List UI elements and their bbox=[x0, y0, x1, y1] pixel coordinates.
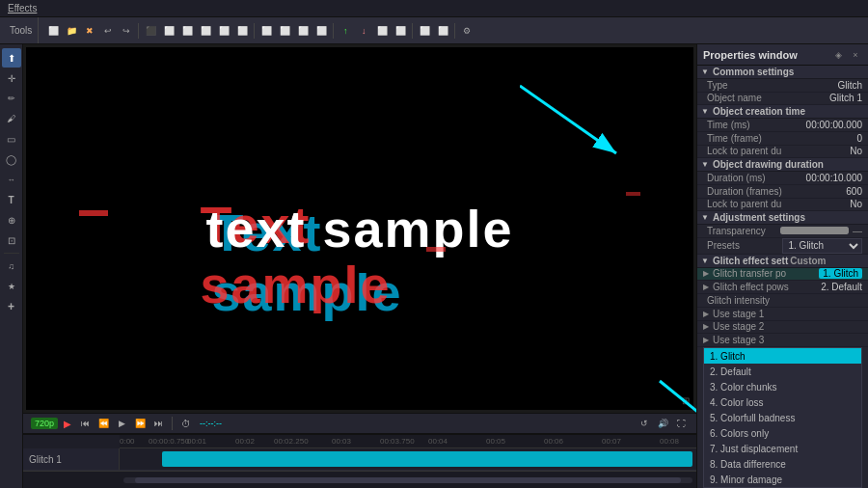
prop-type-value: Glitch bbox=[837, 80, 862, 91]
pb-start[interactable]: ⏮ bbox=[77, 416, 93, 431]
prop-use-stage2-label: Use stage 2 bbox=[713, 321, 862, 332]
prop-creation-lock-label: Lock to parent du bbox=[707, 146, 850, 156]
dropdown-item-1[interactable]: 2. Default bbox=[704, 364, 861, 379]
tb-new[interactable]: ⬜ bbox=[44, 22, 62, 40]
section-drawing-duration[interactable]: ▼ Object drawing duration bbox=[697, 158, 868, 172]
tool-brush[interactable]: 🖌 bbox=[2, 109, 21, 128]
tool-ellipse[interactable]: ◯ bbox=[2, 149, 21, 169]
tb-arrange[interactable]: ⬜ bbox=[312, 22, 330, 40]
tb-settings[interactable]: ⚙ bbox=[458, 22, 475, 40]
pb-mute[interactable]: 🔊 bbox=[655, 416, 670, 431]
prop-object-name-value: Glitch 1 bbox=[829, 93, 862, 103]
prop-time-ms-value: 00:00:00.000 bbox=[806, 120, 862, 130]
prop-use-stage2[interactable]: ▶ Use stage 2 bbox=[697, 321, 868, 335]
dropdown-item-4[interactable]: 5. Colorfull badness bbox=[704, 410, 861, 425]
menu-effects[interactable]: Effects bbox=[8, 3, 37, 14]
section-duration-label: Object drawing duration bbox=[713, 159, 824, 170]
properties-panel: Properties window ◈ × ▼ Common settings … bbox=[696, 44, 868, 488]
canvas-column: Text sample Text sample Text sample ⊞ bbox=[23, 44, 696, 488]
pb-step-back[interactable]: ⏪ bbox=[95, 416, 111, 431]
tool-transform[interactable]: ↔ bbox=[2, 170, 21, 189]
section-adjustment[interactable]: ▼ Adjustment settings bbox=[697, 211, 868, 225]
tb-undo[interactable]: ↩ bbox=[99, 22, 117, 40]
tb-text[interactable]: ⬜ bbox=[178, 22, 196, 40]
track-clip[interactable] bbox=[162, 451, 692, 467]
dropdown-list: 1. Glitch 2. Default 3. Color chunks 4. … bbox=[703, 347, 862, 488]
tb-move[interactable]: ⬜ bbox=[160, 22, 177, 40]
panel-pin-btn[interactable]: ◈ bbox=[831, 48, 845, 62]
tool-zoom-in[interactable]: ⊕ bbox=[2, 210, 21, 230]
resolution-badge: 720p bbox=[31, 418, 58, 429]
tb-open[interactable]: 📁 bbox=[63, 22, 80, 40]
tb-down[interactable]: ↓ bbox=[355, 22, 372, 40]
tool-crop[interactable]: ⊡ bbox=[2, 230, 21, 250]
tb-redo[interactable]: ↪ bbox=[118, 22, 135, 40]
tb-select[interactable]: ⬛ bbox=[142, 22, 159, 40]
prop-use-stage1[interactable]: ▶ Use stage 1 bbox=[697, 308, 868, 321]
tool-audio[interactable]: ♫ bbox=[2, 257, 21, 276]
tool-rect[interactable]: ▭ bbox=[2, 129, 21, 149]
panel-header: Properties window ◈ × bbox=[697, 44, 868, 66]
pb-play[interactable]: ▶ bbox=[114, 416, 129, 431]
prop-glitch-effect-pow[interactable]: ▶ Glitch effect pows 2. Default bbox=[697, 281, 868, 294]
section-glitch-effect[interactable]: ▼ Glitch effect sett Custom bbox=[697, 255, 868, 268]
prop-time-ms: Time (ms) 00:00:00.000 bbox=[697, 119, 868, 132]
prop-use-stage3-label: Use stage 3 bbox=[713, 335, 862, 345]
presets-select[interactable]: 1. Glitch bbox=[782, 238, 863, 254]
glitch-artifact-3 bbox=[626, 192, 640, 196]
pb-end[interactable]: ⏭ bbox=[150, 416, 166, 431]
prop-duration-lock-label: Lock to parent du bbox=[707, 199, 850, 209]
dropdown-item-6[interactable]: 7. Just displacement bbox=[704, 441, 861, 456]
tool-pen[interactable]: ✏ bbox=[2, 89, 21, 108]
top-toolbar: Tools ⬜ 📁 ✖ ↩ ↪ ⬛ ⬜ ⬜ ⬜ ⬜ ⬜ ⬜ ⬜ ⬜ ⬜ ↑ ↓ … bbox=[0, 17, 868, 44]
prop-transparency-label: Transparency bbox=[707, 226, 776, 236]
prop-glitch-transfer-value: 1. Glitch bbox=[819, 268, 862, 279]
tool-select[interactable]: ⬆ bbox=[2, 48, 21, 68]
tb-right[interactable]: ⬜ bbox=[392, 22, 409, 40]
transparency-dash: — bbox=[853, 226, 862, 236]
tool-text[interactable]: T bbox=[2, 190, 21, 209]
track-label: Glitch 1 bbox=[23, 448, 120, 471]
prop-glitch-intensity: Glitch intensity bbox=[697, 294, 868, 308]
prop-use-stage3[interactable]: ▶ Use stage 3 bbox=[697, 334, 868, 347]
tb-crop[interactable]: ⬜ bbox=[197, 22, 214, 40]
prop-presets: Presets 1. Glitch bbox=[697, 238, 868, 255]
pb-step-fwd[interactable]: ⏩ bbox=[132, 416, 148, 431]
dropdown-item-5[interactable]: 6. Colors only bbox=[704, 425, 861, 441]
tb-fx2[interactable]: ⬜ bbox=[434, 22, 451, 40]
tool-add[interactable]: + bbox=[2, 297, 21, 316]
tool-fx[interactable]: ★ bbox=[2, 277, 21, 296]
transparency-fill bbox=[780, 227, 850, 234]
dropdown-item-3[interactable]: 4. Color loss bbox=[704, 394, 861, 410]
tb-zoom[interactable]: ⬜ bbox=[215, 22, 232, 40]
tb-grid[interactable]: ⬜ bbox=[276, 22, 293, 40]
prop-duration-lock-value: No bbox=[850, 199, 862, 209]
dropdown-item-0[interactable]: 1. Glitch bbox=[704, 348, 861, 364]
transparency-bar[interactable] bbox=[780, 227, 850, 234]
panel-close-btn[interactable]: × bbox=[849, 48, 862, 62]
prop-use-stage1-label: Use stage 1 bbox=[713, 309, 862, 319]
prop-glitch-transfer[interactable]: ▶ Glitch transfer po 1. Glitch bbox=[697, 268, 868, 282]
dropdown-item-8[interactable]: 9. Minor damage bbox=[704, 472, 861, 487]
tb-zoom2[interactable]: ⬜ bbox=[233, 22, 251, 40]
prop-time-ms-label: Time (ms) bbox=[707, 120, 806, 130]
tb-save[interactable]: ✖ bbox=[81, 22, 98, 40]
tb-up[interactable]: ↑ bbox=[337, 22, 354, 40]
dropdown-item-7[interactable]: 8. Data difference bbox=[704, 456, 861, 472]
track-content[interactable]: 00:00:10.000 bbox=[120, 448, 696, 471]
tool-move[interactable]: ✛ bbox=[2, 68, 21, 88]
prop-type-label: Type bbox=[707, 80, 837, 91]
pb-clock[interactable]: ⏱ bbox=[178, 416, 194, 431]
section-creation-time[interactable]: ▼ Object creation time bbox=[697, 105, 868, 119]
tb-fx1[interactable]: ⬜ bbox=[416, 22, 433, 40]
prop-duration-frames-value: 600 bbox=[846, 186, 862, 197]
arrow-properties bbox=[520, 76, 636, 173]
tb-left[interactable]: ⬜ bbox=[373, 22, 391, 40]
dropdown-item-2[interactable]: 3. Color chunks bbox=[704, 379, 861, 394]
track-row: Glitch 1 00:00:10.000 bbox=[23, 448, 696, 472]
tb-align[interactable]: ⬜ bbox=[294, 22, 312, 40]
pb-fullscreen[interactable]: ⛶ bbox=[673, 416, 689, 431]
pb-loop[interactable]: ↺ bbox=[637, 416, 652, 431]
section-common-settings[interactable]: ▼ Common settings bbox=[697, 66, 868, 79]
tb-snap[interactable]: ⬜ bbox=[258, 22, 275, 40]
